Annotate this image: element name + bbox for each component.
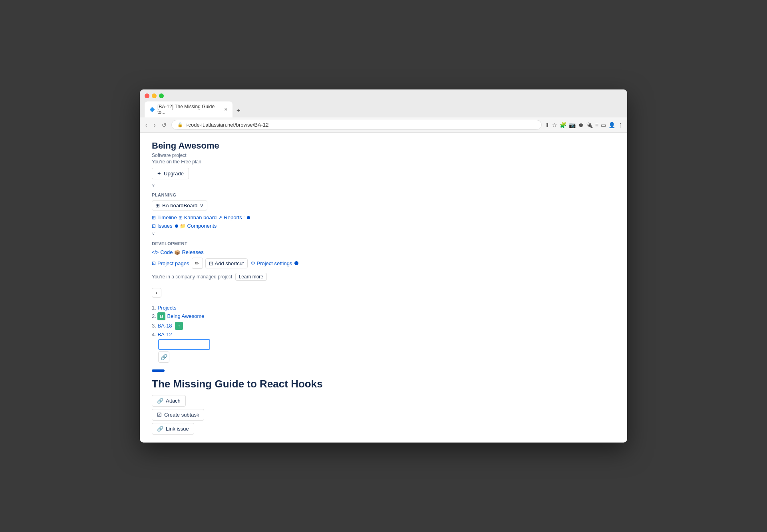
- breadcrumb: 1. Projects 2. BBeing Awesome 3. BA-18 ↑…: [152, 305, 615, 363]
- reports-label: Reports ': [224, 214, 244, 220]
- back-button[interactable]: ‹: [144, 121, 149, 129]
- link-icon-button[interactable]: 🔗: [158, 351, 169, 363]
- breadcrumb-item-1: 1. Projects: [152, 305, 615, 311]
- bookmark-icon[interactable]: ☆: [552, 122, 557, 128]
- project-settings-icon: ⚙: [251, 260, 255, 266]
- breadcrumb-item-2: 2. BBeing Awesome: [152, 312, 615, 320]
- board-selector-label: BA boardBoard: [162, 202, 197, 208]
- releases-label: Releases: [182, 249, 203, 255]
- kanban-icon: ⊞: [179, 215, 183, 220]
- project-pages-link[interactable]: ⊡ Project pages: [152, 260, 189, 266]
- development-section-label: DEVELOPMENT: [152, 241, 615, 246]
- url-text: i-code-it.atlassian.net/browse/BA-12: [185, 122, 268, 128]
- extension-icon[interactable]: 🧩: [560, 122, 566, 128]
- create-subtask-icon: ☑: [157, 412, 162, 418]
- link-issue-label: Link issue: [166, 426, 189, 432]
- tab-title: [BA-12] The Missing Guide to...: [157, 104, 222, 115]
- breadcrumb-item-4: 4. BA-12 🔗: [152, 332, 615, 363]
- planning-links-row-2: ⊡ Issues 📁 Components: [152, 223, 615, 229]
- planning-section-label: PLANNING: [152, 193, 615, 197]
- kanban-link[interactable]: ⊞ Kanban board: [179, 214, 217, 220]
- page-content: Being Awesome Software project You're on…: [140, 133, 627, 443]
- maximize-traffic-light[interactable]: [159, 93, 164, 98]
- project-settings-label: Project settings: [257, 260, 292, 266]
- issues-link[interactable]: ⊡ Issues: [152, 223, 173, 229]
- edit-button[interactable]: ✏: [192, 258, 203, 269]
- settings-notification-dot: [294, 261, 298, 265]
- address-bar-row: ‹ › ↺ 🔒 i-code-it.atlassian.net/browse/B…: [140, 117, 627, 133]
- link-issue-icon: 🔗: [157, 426, 163, 432]
- being-awesome-badge: B: [157, 312, 165, 320]
- project-settings-link[interactable]: ⚙ Project settings: [251, 260, 292, 266]
- record-icon[interactable]: ⏺: [578, 122, 584, 128]
- share-icon[interactable]: ⬆: [545, 122, 550, 128]
- jira-tab-icon: 🔷: [149, 107, 155, 112]
- reload-button[interactable]: ↺: [160, 121, 168, 129]
- link-issue-button[interactable]: 🔗 Link issue: [152, 423, 194, 435]
- new-tab-button[interactable]: +: [233, 105, 243, 116]
- project-pages-icon: ⊡: [152, 260, 156, 266]
- status-indicator: [152, 369, 165, 372]
- planning-collapse[interactable]: ∨: [152, 231, 615, 236]
- planning-links-row: ⊞ Timeline ⊞ Kanban board ↗ Reports ': [152, 214, 615, 220]
- close-traffic-light[interactable]: [145, 93, 149, 98]
- reports-icon: ↗: [218, 215, 222, 220]
- releases-icon: 📦: [174, 250, 180, 255]
- tab-close-button[interactable]: ✕: [224, 107, 228, 112]
- attach-button[interactable]: 🔗 Attach: [152, 395, 186, 407]
- sidebar-toggle-icon[interactable]: ▭: [601, 122, 606, 128]
- browser-window: 🔷 [BA-12] The Missing Guide to... ✕ + ‹ …: [140, 89, 627, 443]
- expand-sidebar-button[interactable]: ›: [152, 288, 161, 298]
- browser-actions: ⬆ ☆ 🧩 📷 ⏺ 🔌 ≡ ▭ 👤 ⋮: [545, 122, 623, 128]
- more-icon[interactable]: ⋮: [618, 122, 623, 128]
- extensions-icon[interactable]: 🔌: [586, 122, 593, 128]
- tab-bar: 🔷 [BA-12] The Missing Guide to... ✕ +: [145, 101, 622, 117]
- planning-section: PLANNING ⊞ BA boardBoard ∨ ⊞ Timeline ⊞ …: [152, 193, 615, 236]
- components-link[interactable]: 📁 Components: [180, 223, 217, 229]
- dev-actions-row: ⊡ Project pages ✏ ⊡ Add shortcut ⚙ Proje…: [152, 258, 615, 269]
- create-subtask-label: Create subtask: [164, 412, 199, 418]
- timeline-icon: ⊞: [152, 215, 156, 220]
- collapse-chevron[interactable]: ∨: [152, 183, 615, 188]
- attach-icon: 🔗: [157, 398, 163, 404]
- upgrade-button[interactable]: ✦ Upgrade: [152, 168, 189, 179]
- add-shortcut-button[interactable]: ⊡ Add shortcut: [205, 258, 248, 268]
- collapse-section: ›: [152, 285, 615, 301]
- ba12-input-field[interactable]: [158, 339, 210, 350]
- reports-notification-dot: [247, 216, 250, 219]
- active-tab[interactable]: 🔷 [BA-12] The Missing Guide to... ✕: [145, 101, 232, 117]
- profile-icon[interactable]: 👤: [608, 122, 615, 128]
- code-link[interactable]: </> Code: [152, 249, 173, 255]
- breadcrumb-item-3: 3. BA-18 ↑: [152, 322, 615, 330]
- breadcrumb-ba12-link[interactable]: BA-12: [157, 332, 172, 337]
- development-links-row: </> Code 📦 Releases: [152, 249, 615, 255]
- action-buttons: 🔗 Attach ☑ Create subtask 🔗 Link issue: [152, 395, 615, 435]
- releases-link[interactable]: 📦 Releases: [174, 249, 203, 255]
- camera-icon[interactable]: 📷: [569, 122, 576, 128]
- reports-link[interactable]: ↗ Reports ': [218, 214, 244, 220]
- upgrade-icon: ✦: [157, 171, 161, 177]
- browser-chrome: 🔷 [BA-12] The Missing Guide to... ✕ +: [140, 89, 627, 117]
- issues-label: Issues: [157, 223, 173, 229]
- timeline-link[interactable]: ⊞ Timeline: [152, 214, 177, 220]
- lock-icon: 🔒: [177, 122, 183, 127]
- address-input[interactable]: 🔒 i-code-it.atlassian.net/browse/BA-12: [171, 120, 541, 130]
- breadcrumb-being-awesome-link[interactable]: Being Awesome: [167, 313, 204, 319]
- upgrade-label: Upgrade: [164, 171, 184, 177]
- components-icon: 📁: [180, 223, 186, 229]
- development-section: DEVELOPMENT </> Code 📦 Releases ⊡ Projec…: [152, 241, 615, 269]
- learn-more-button[interactable]: Learn more: [235, 273, 267, 281]
- menu-icon[interactable]: ≡: [595, 122, 598, 128]
- board-icon: ⊞: [155, 202, 160, 208]
- company-info: You're in a company-managed project Lear…: [152, 273, 615, 281]
- ba18-badge: ↑: [175, 322, 183, 330]
- breadcrumb-ba18-link[interactable]: BA-18: [157, 323, 172, 329]
- minimize-traffic-light[interactable]: [152, 93, 157, 98]
- project-title: Being Awesome: [152, 141, 615, 151]
- board-selector[interactable]: ⊞ BA boardBoard ∨: [152, 200, 207, 210]
- breadcrumb-projects-link[interactable]: Projects: [157, 305, 176, 311]
- forward-button[interactable]: ›: [152, 121, 157, 129]
- create-subtask-button[interactable]: ☑ Create subtask: [152, 409, 204, 421]
- issues-notification-dot: [175, 224, 178, 228]
- timeline-label: Timeline: [157, 214, 177, 220]
